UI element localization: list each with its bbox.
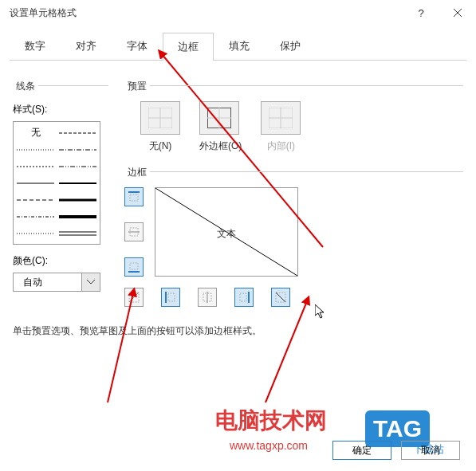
line-style-10[interactable] — [17, 209, 54, 224]
chevron-down-icon — [87, 280, 95, 285]
close-button[interactable] — [439, 0, 476, 26]
line-style-9[interactable] — [59, 192, 96, 207]
line-style-13[interactable] — [59, 226, 96, 241]
border-preview[interactable]: 文本 — [155, 187, 298, 277]
line-style-6[interactable] — [17, 175, 54, 190]
line-style-2[interactable] — [17, 142, 54, 157]
ok-button[interactable]: 确定 — [332, 441, 391, 460]
border-bottom-button[interactable] — [124, 257, 144, 277]
line-style-4[interactable] — [17, 159, 54, 174]
svg-rect-38 — [240, 293, 246, 301]
preset-none-label: 无(N) — [140, 139, 180, 153]
style-label: 样式(S): — [13, 103, 108, 116]
tab-font[interactable]: 字体 — [112, 32, 163, 60]
watermark-url: www.tagxp.com — [230, 439, 308, 452]
border-hmiddle-button[interactable] — [124, 222, 144, 241]
preset-inside-icon — [269, 108, 293, 128]
color-value: 自动 — [23, 276, 42, 289]
line-style-7[interactable] — [59, 175, 96, 190]
preset-outline-button[interactable] — [199, 101, 239, 135]
line-style-11[interactable] — [59, 209, 96, 224]
preset-inside-button[interactable] — [261, 101, 301, 135]
line-style-none[interactable]: 无 — [17, 125, 54, 140]
line-style-5[interactable] — [59, 159, 96, 174]
cursor-icon — [315, 304, 326, 319]
line-section-label: 线条 — [13, 80, 38, 92]
line-style-1[interactable] — [59, 125, 96, 140]
preset-outline-label: 外边框(O) — [199, 139, 242, 153]
preset-outline-icon — [207, 108, 231, 128]
svg-rect-26 — [130, 194, 138, 201]
svg-line-33 — [129, 292, 139, 302]
tab-number[interactable]: 数字 — [10, 32, 61, 60]
hint-text: 单击预置选项、预览草图及上面的按钮可以添加边框样式。 — [13, 324, 463, 338]
tab-border[interactable]: 边框 — [163, 33, 214, 61]
svg-rect-35 — [168, 293, 175, 301]
tab-fill[interactable]: 填充 — [214, 32, 265, 60]
border-left-button[interactable] — [161, 288, 180, 307]
svg-line-41 — [276, 292, 285, 302]
border-diag-up-button[interactable] — [124, 288, 144, 307]
line-style-3[interactable] — [59, 142, 96, 157]
preset-none-icon — [148, 108, 172, 128]
tab-alignment[interactable]: 对齐 — [61, 32, 112, 60]
line-style-12[interactable] — [17, 226, 54, 241]
border-diag-down-button[interactable] — [271, 288, 290, 307]
line-style-list[interactable]: 无 — [13, 121, 100, 245]
preview-text: 文本 — [217, 227, 236, 241]
preset-none-button[interactable] — [140, 101, 180, 135]
help-button[interactable]: ? — [403, 0, 439, 26]
close-icon — [454, 9, 462, 17]
dialog-title: 设置单元格格式 — [10, 6, 77, 20]
tab-protection[interactable]: 保护 — [265, 32, 316, 60]
watermark-title: 电脑技术网 — [215, 406, 327, 436]
border-vmiddle-button[interactable] — [198, 288, 217, 307]
preset-section-label: 预置 — [124, 80, 150, 92]
line-style-8[interactable] — [17, 192, 54, 207]
svg-rect-29 — [130, 263, 138, 269]
tab-bar: 数字 对齐 字体 边框 填充 保护 — [10, 32, 466, 61]
color-label: 颜色(C): — [13, 254, 108, 268]
border-right-button[interactable] — [234, 288, 254, 307]
preset-inside-label: 内部(I) — [261, 139, 301, 153]
color-dropdown[interactable]: 自动 — [13, 273, 100, 292]
border-section-label: 边框 — [124, 167, 150, 178]
cancel-button[interactable]: 取消 — [401, 441, 460, 460]
border-top-button[interactable] — [124, 187, 144, 206]
